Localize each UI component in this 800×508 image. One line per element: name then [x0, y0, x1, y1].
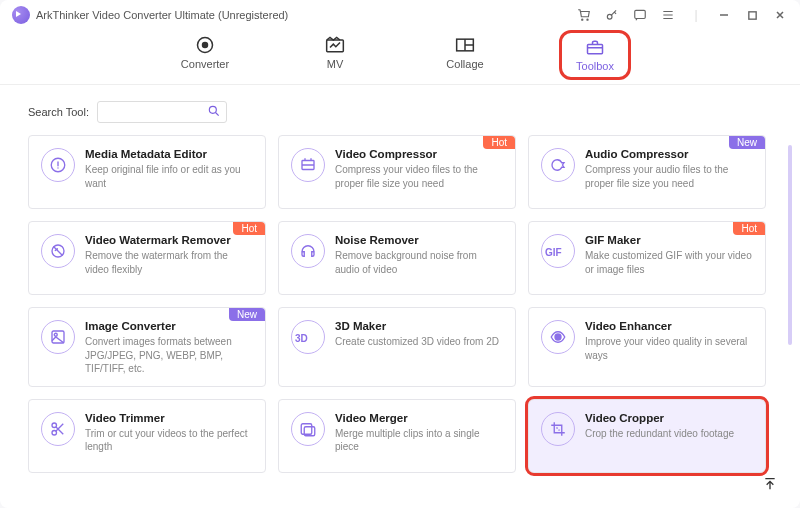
tool-title: Video Trimmer	[85, 412, 253, 424]
tool-icon: GIF	[541, 234, 575, 268]
tab-label: Collage	[446, 58, 483, 70]
scroll-to-top-button[interactable]	[760, 474, 780, 494]
tool-icon	[291, 412, 325, 446]
toolbox-icon	[585, 38, 605, 56]
svg-point-18	[555, 334, 561, 340]
search-label: Search Tool:	[28, 106, 89, 118]
tool-description: Compress your video files to the proper …	[335, 163, 503, 190]
tab-collage[interactable]: Collage	[435, 36, 495, 74]
tool-title: Audio Compressor	[585, 148, 753, 160]
tool-title: Video Merger	[335, 412, 503, 424]
tool-icon	[541, 412, 575, 446]
maximize-button[interactable]	[744, 7, 760, 23]
tool-card-video-watermark-remover[interactable]: HotVideo Watermark RemoverRemove the wat…	[28, 221, 266, 295]
converter-icon	[195, 36, 215, 54]
card-body: 3D MakerCreate customized 3D video from …	[335, 320, 503, 376]
card-body: Video TrimmerTrim or cut your videos to …	[85, 412, 253, 462]
tab-toolbox[interactable]: Toolbox	[565, 36, 625, 74]
svg-point-16	[54, 333, 57, 336]
tool-description: Make customized GIF with your video or i…	[585, 249, 753, 276]
tool-card-3d-maker[interactable]: 3D3D MakerCreate customized 3D video fro…	[278, 307, 516, 387]
tool-title: Video Cropper	[585, 412, 753, 424]
tool-description: Keep original file info or edit as you w…	[85, 163, 253, 190]
hot-badge: Hot	[233, 222, 265, 235]
cart-icon[interactable]	[576, 7, 592, 23]
card-body: Audio CompressorCompress your audio file…	[585, 148, 753, 198]
tool-icon	[541, 148, 575, 182]
card-body: Noise RemoverRemove background noise fro…	[335, 234, 503, 284]
tool-description: Merge multiple clips into a single piece	[335, 427, 503, 454]
main-nav: Converter MV Collage Toolbox	[0, 30, 800, 85]
tool-description: Improve your video quality in several wa…	[585, 335, 753, 362]
tool-description: Convert images formats between JPG/JPEG,…	[85, 335, 253, 376]
new-badge: New	[729, 136, 765, 149]
close-button[interactable]	[772, 7, 788, 23]
card-body: Video CropperCrop the redundant video fo…	[585, 412, 753, 462]
tool-card-image-converter[interactable]: NewImage ConverterConvert images formats…	[28, 307, 266, 387]
tool-title: Media Metadata Editor	[85, 148, 253, 160]
divider: |	[688, 7, 704, 23]
svg-text:3D: 3D	[295, 333, 308, 344]
titlebar: ArkThinker Video Converter Ultimate (Unr…	[0, 0, 800, 30]
tool-card-video-cropper[interactable]: Video CropperCrop the redundant video fo…	[528, 399, 766, 473]
tool-card-media-metadata-editor[interactable]: Media Metadata EditorKeep original file …	[28, 135, 266, 209]
window-title: ArkThinker Video Converter Ultimate (Unr…	[36, 9, 288, 21]
tool-description: Remove the watermark from the video flex…	[85, 249, 253, 276]
tab-label: Toolbox	[576, 60, 614, 72]
card-body: Media Metadata EditorKeep original file …	[85, 148, 253, 198]
search-row: Search Tool:	[28, 101, 780, 123]
hot-badge: Hot	[733, 222, 765, 235]
search-box	[97, 101, 227, 123]
minimize-button[interactable]	[716, 7, 732, 23]
tool-card-audio-compressor[interactable]: NewAudio CompressorCompress your audio f…	[528, 135, 766, 209]
tool-card-noise-remover[interactable]: Noise RemoverRemove background noise fro…	[278, 221, 516, 295]
tool-description: Compress your audio files to the proper …	[585, 163, 753, 190]
tool-icon	[291, 148, 325, 182]
svg-point-10	[209, 106, 216, 113]
tool-icon	[41, 148, 75, 182]
new-badge: New	[229, 308, 265, 321]
tool-description: Crop the redundant video footage	[585, 427, 753, 441]
window-controls: |	[576, 7, 788, 23]
tool-title: 3D Maker	[335, 320, 503, 332]
tool-title: GIF Maker	[585, 234, 753, 246]
svg-point-1	[587, 19, 588, 20]
tool-icon	[41, 412, 75, 446]
tool-title: Noise Remover	[335, 234, 503, 246]
app-logo-icon	[12, 6, 30, 24]
tool-icon	[41, 234, 75, 268]
tool-card-gif-maker[interactable]: HotGIFGIF MakerMake customized GIF with …	[528, 221, 766, 295]
svg-rect-9	[588, 45, 603, 54]
card-body: Image ConverterConvert images formats be…	[85, 320, 253, 376]
tool-title: Video Enhancer	[585, 320, 753, 332]
card-body: Video Watermark RemoverRemove the waterm…	[85, 234, 253, 284]
tab-mv[interactable]: MV	[305, 36, 365, 74]
svg-point-0	[582, 19, 583, 20]
card-body: GIF MakerMake customized GIF with your v…	[585, 234, 753, 284]
tab-label: Converter	[181, 58, 229, 70]
content-area: Search Tool: Media Metadata EditorKeep o…	[0, 85, 800, 508]
menu-icon[interactable]	[660, 7, 676, 23]
tool-icon	[291, 234, 325, 268]
card-body: Video MergerMerge multiple clips into a …	[335, 412, 503, 462]
scrollbar[interactable]	[788, 145, 792, 345]
feedback-icon[interactable]	[632, 7, 648, 23]
tab-converter[interactable]: Converter	[175, 36, 235, 74]
tool-card-video-compressor[interactable]: HotVideo CompressorCompress your video f…	[278, 135, 516, 209]
tab-label: MV	[327, 58, 344, 70]
tool-title: Video Watermark Remover	[85, 234, 253, 246]
tool-card-video-merger[interactable]: Video MergerMerge multiple clips into a …	[278, 399, 516, 473]
tool-title: Video Compressor	[335, 148, 503, 160]
card-body: Video CompressorCompress your video file…	[335, 148, 503, 198]
svg-point-6	[203, 43, 208, 48]
tool-grid: Media Metadata EditorKeep original file …	[28, 135, 780, 473]
tool-card-video-enhancer[interactable]: Video EnhancerImprove your video quality…	[528, 307, 766, 387]
tool-icon	[541, 320, 575, 354]
key-icon[interactable]	[604, 7, 620, 23]
tool-description: Create customized 3D video from 2D	[335, 335, 503, 349]
search-icon[interactable]	[207, 104, 221, 118]
svg-rect-21	[301, 423, 312, 434]
mv-icon	[325, 36, 345, 54]
tool-card-video-trimmer[interactable]: Video TrimmerTrim or cut your videos to …	[28, 399, 266, 473]
tool-description: Remove background noise from audio of vi…	[335, 249, 503, 276]
